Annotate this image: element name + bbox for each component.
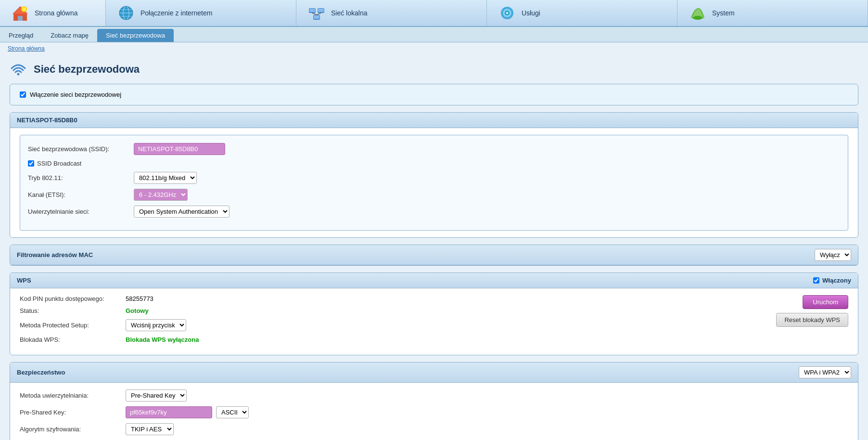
- channel-row: Kanał (ETSI): 6 - 2.432GHz1 - 2.412GHz: [28, 189, 840, 201]
- ssid-broadcast-row: SSID Broadcast: [28, 160, 840, 167]
- algo-row: Algorytm szyfrowania: TKIP i AES TKIP AE…: [20, 423, 848, 435]
- enable-wireless-label: Włączenie sieci bezprzewodowej: [30, 91, 121, 98]
- nav-services[interactable]: Usługi: [487, 0, 677, 26]
- ssid-panel-title: NETIASPOT-85D8B0: [17, 116, 77, 124]
- nav-home-label: Strona główna: [35, 9, 78, 17]
- page-title: Sieć bezprzewodowa: [34, 63, 140, 76]
- mac-filter-select[interactable]: Wyłącz Włącz: [815, 249, 851, 261]
- enable-panel: Włączenie sieci bezprzewodowej: [10, 84, 858, 105]
- top-nav: Strona główna Połączenie z internetem: [0, 0, 868, 27]
- svg-rect-3: [18, 16, 23, 21]
- wps-buttons: Uruchom Reset blokady WPS: [776, 295, 848, 327]
- wps-start-button[interactable]: Uruchom: [803, 295, 848, 309]
- security-panel: Bezpieczeństwo WPA i WPA2 WPA2 WPA Wyłąc…: [10, 362, 858, 440]
- mode-select[interactable]: 802.11b/g Mixed802.11b802.11g: [134, 172, 197, 184]
- psk-value-wrapper: ASCII HEX: [126, 406, 249, 418]
- wps-method-label: Metoda Protected Setup:: [20, 322, 126, 329]
- network-icon: [308, 4, 325, 22]
- auth-select[interactable]: Open System AuthenticationWPA PersonalWP…: [134, 206, 230, 218]
- tab-bar: Przegląd Zobacz mapę Sieć bezprzewodowa: [0, 27, 868, 42]
- svg-line-19: [312, 13, 317, 15]
- nav-system-label: System: [712, 9, 735, 17]
- psk-label: Pre-Shared Key:: [20, 409, 126, 416]
- home-icon: [12, 4, 29, 22]
- channel-value: 6 - 2.432GHz1 - 2.412GHz: [134, 189, 188, 201]
- page-header: Sieć bezprzewodowa: [0, 55, 868, 84]
- ssid-broadcast-label: SSID Broadcast: [37, 160, 82, 167]
- mac-panel-title: Filtrowanie adresów MAC: [17, 251, 93, 259]
- psk-format-select[interactable]: ASCII HEX: [216, 406, 249, 418]
- ssid-broadcast-checkbox[interactable]: [28, 160, 34, 167]
- auth-method-select[interactable]: Pre-Shared Key 802.1x: [126, 389, 187, 401]
- auth-row: Uwierzytelnianie sieci: Open System Auth…: [28, 206, 840, 218]
- channel-label: Kanał (ETSI):: [28, 191, 134, 198]
- security-type-select[interactable]: WPA i WPA2 WPA2 WPA Wyłącz: [799, 366, 851, 378]
- mac-panel: Filtrowanie adresów MAC Wyłącz Włącz: [10, 245, 858, 266]
- wps-status-value: Gotowy: [126, 307, 149, 314]
- globe-icon: [117, 4, 135, 22]
- wps-split: Kod PIN punktu dostępowego: 58255773 Sta…: [20, 295, 848, 348]
- mac-filter-control: Wyłącz Włącz: [815, 249, 851, 261]
- svg-rect-14: [309, 9, 315, 12]
- wps-block-label: Blokada WPS:: [20, 336, 126, 343]
- mode-label: Tryb 802.11:: [28, 174, 134, 181]
- wps-method-control: Wciśnij przycisk PIN: [126, 319, 186, 331]
- svg-point-24: [506, 12, 508, 14]
- svg-rect-18: [314, 15, 319, 19]
- auth-value: Open System AuthenticationWPA PersonalWP…: [134, 206, 230, 218]
- tab-map[interactable]: Zobacz mapę: [42, 29, 97, 42]
- wps-enabled-checkbox[interactable]: [813, 277, 819, 284]
- auth-method-label: Metoda uwierzytelniania:: [20, 392, 126, 399]
- ssid-panel-header: NETIASPOT-85D8B0: [10, 113, 858, 128]
- nav-system[interactable]: System: [677, 0, 868, 26]
- ssid-label: Sieć bezprzewodowa (SSID):: [28, 145, 134, 153]
- wps-enabled-label: Włączony: [822, 277, 851, 284]
- svg-line-20: [317, 13, 321, 15]
- tab-overview[interactable]: Przegląd: [0, 29, 42, 42]
- wps-method-select[interactable]: Wciśnij przycisk PIN: [126, 319, 186, 331]
- tab-wireless[interactable]: Sieć bezprzewodowa: [97, 29, 174, 42]
- nav-local[interactable]: Sieć lokalna: [296, 0, 487, 26]
- wps-content: Kod PIN punktu dostępowego: 58255773 Sta…: [20, 295, 776, 348]
- psk-input[interactable]: [126, 406, 212, 418]
- wps-panel: WPS Włączony Kod PIN punktu dostępowego:…: [10, 272, 858, 355]
- wps-pin-row: Kod PIN punktu dostępowego: 58255773: [20, 295, 776, 302]
- mode-value: 802.11b/g Mixed802.11b802.11g: [134, 172, 197, 184]
- svg-rect-16: [318, 9, 324, 12]
- ssid-row: Sieć bezprzewodowa (SSID):: [28, 143, 840, 155]
- mode-row: Tryb 802.11: 802.11b/g Mixed802.11b802.1…: [28, 172, 840, 184]
- nav-home[interactable]: Strona główna: [0, 0, 106, 26]
- algo-label: Algorytm szyfrowania:: [20, 426, 126, 433]
- wps-method-row: Metoda Protected Setup: Wciśnij przycisk…: [20, 319, 776, 331]
- wifi-icon: [10, 61, 27, 78]
- nav-services-label: Usługi: [522, 9, 540, 17]
- security-panel-header: Bezpieczeństwo WPA i WPA2 WPA2 WPA Wyłąc…: [10, 362, 858, 383]
- auth-label: Uwierzytelnianie sieci:: [28, 208, 134, 215]
- nav-internet[interactable]: Połączenie z internetem: [106, 0, 296, 26]
- ssid-input[interactable]: [134, 143, 225, 155]
- services-icon: [498, 4, 516, 22]
- wps-panel-title: WPS: [17, 277, 31, 284]
- wps-pin-value: 58255773: [126, 295, 153, 302]
- ssid-value-wrapper: [134, 143, 225, 155]
- svg-point-6: [22, 7, 26, 11]
- wps-panel-header: WPS Włączony: [10, 273, 858, 288]
- security-type-control: WPA i WPA2 WPA2 WPA Wyłącz: [799, 366, 851, 378]
- nav-internet-label: Połączenie z internetem: [140, 9, 212, 17]
- wps-reset-button[interactable]: Reset blokady WPS: [776, 313, 848, 327]
- mac-panel-header: Filtrowanie adresów MAC Wyłącz Włącz: [10, 245, 858, 265]
- psk-row: Pre-Shared Key: ASCII HEX: [20, 406, 848, 418]
- breadcrumb[interactable]: Strona główna: [0, 42, 868, 55]
- svg-point-25: [693, 16, 702, 20]
- wps-status-label: Status:: [20, 307, 126, 314]
- security-panel-title: Bezpieczeństwo: [17, 369, 65, 376]
- ssid-panel: NETIASPOT-85D8B0 Sieć bezprzewodowa (SSI…: [10, 112, 858, 238]
- channel-select[interactable]: 6 - 2.432GHz1 - 2.412GHz: [134, 189, 188, 201]
- auth-method-row: Metoda uwierzytelniania: Pre-Shared Key …: [20, 389, 848, 401]
- main-content: Włączenie sieci bezprzewodowej NETIASPOT…: [0, 84, 868, 440]
- enable-wireless-checkbox[interactable]: [20, 91, 26, 98]
- wps-status-row: Status: Gotowy: [20, 307, 776, 314]
- wps-block-value: Blokada WPS wyłączona: [126, 336, 199, 343]
- algo-select[interactable]: TKIP i AES TKIP AES: [126, 423, 174, 435]
- wps-pin-label: Kod PIN punktu dostępowego:: [20, 295, 126, 302]
